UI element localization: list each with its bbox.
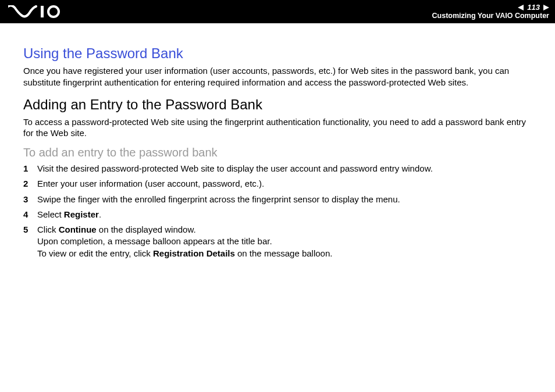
step-text-bold: Continue	[59, 224, 97, 234]
next-page-arrow-icon[interactable]	[543, 5, 549, 10]
section-title-password-bank: Using the Password Bank	[23, 45, 532, 62]
section-title-adding-entry: Adding an Entry to the Password Bank	[23, 97, 532, 113]
breadcrumb: Customizing Your VAIO Computer	[432, 12, 549, 20]
step-text-part: To view or edit the entry, click	[37, 248, 153, 258]
prev-page-arrow-icon[interactable]	[518, 5, 524, 10]
step-text-part: Click	[37, 224, 59, 234]
step-text: Enter your user information (user accoun…	[37, 178, 532, 190]
vaio-logo	[8, 0, 72, 23]
step-1: 1 Visit the desired password-protected W…	[23, 163, 532, 174]
step-number: 1	[23, 163, 37, 174]
step-text-part: Upon completion, a message balloon appea…	[37, 236, 272, 246]
step-5: 5 Click Continue on the displayed window…	[23, 224, 532, 259]
step-text: Swipe the finger with the enrolled finge…	[37, 194, 532, 205]
step-number: 5	[23, 224, 37, 236]
step-text-bold: Register	[64, 209, 99, 219]
step-number: 3	[23, 194, 37, 205]
step-text-part: on the message balloon.	[235, 248, 333, 258]
step-text: Click Continue on the displayed window. …	[37, 224, 532, 259]
step-4: 4 Select Register.	[23, 209, 532, 220]
step-2: 2 Enter your user information (user acco…	[23, 178, 532, 190]
step-3: 3 Swipe the finger with the enrolled fin…	[23, 194, 532, 205]
step-number: 4	[23, 209, 37, 220]
page-content: Using the Password Bank Once you have re…	[0, 23, 555, 259]
step-text-part: .	[99, 209, 101, 219]
page-header: 113 Customizing Your VAIO Computer	[0, 0, 555, 23]
procedure-title: To add an entry to the password bank	[23, 146, 532, 159]
step-number: 2	[23, 178, 37, 190]
section-body-password-bank: Once you have registered your user infor…	[23, 65, 532, 88]
step-text-part: on the displayed window.	[97, 224, 196, 234]
step-text: Visit the desired password-protected Web…	[37, 163, 532, 174]
header-right: 113 Customizing Your VAIO Computer	[432, 3, 549, 21]
section-body-adding-entry: To access a password-protected Web site …	[23, 116, 532, 140]
page-number: 113	[527, 3, 540, 12]
svg-point-1	[48, 6, 59, 17]
step-text-bold: Registration Details	[153, 248, 235, 258]
vaio-logo-svg	[8, 5, 72, 18]
svg-rect-0	[41, 6, 44, 17]
step-text-part: Select	[37, 209, 64, 219]
procedure-steps: 1 Visit the desired password-protected W…	[23, 163, 532, 259]
page-nav: 113	[432, 3, 549, 12]
step-text: Select Register.	[37, 209, 532, 220]
